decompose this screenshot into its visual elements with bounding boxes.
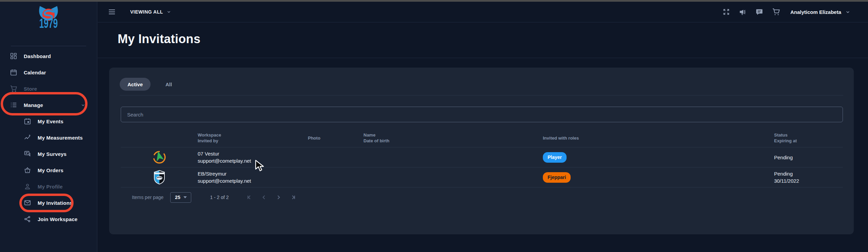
- last-page-button[interactable]: [289, 194, 296, 201]
- tabs-divider: [120, 95, 843, 95]
- workspace-name: 07 Vestur: [198, 150, 308, 157]
- role-badge: Fjeppari: [543, 172, 571, 183]
- viewing-scope-dropdown[interactable]: VIEWING ALL: [130, 9, 171, 15]
- workspace-cell: EB/Streymur support@cometplay.net: [198, 170, 308, 184]
- dashboard-icon: [10, 52, 17, 60]
- sidebar-item-my-surveys[interactable]: My Surveys: [0, 146, 97, 162]
- fsf-crest-logo: 1979: [31, 5, 66, 40]
- status-cell: Pending 30/11/2022: [774, 170, 843, 184]
- sidebar: 1979 Dashboard Calendar Store: [0, 2, 97, 252]
- megaphone-icon: [739, 8, 747, 16]
- sidebar-item-calendar[interactable]: Calendar: [0, 64, 97, 80]
- sidebar-item-label: My Events: [38, 119, 63, 124]
- user-menu[interactable]: Analyticom Elizabeta: [790, 9, 850, 15]
- sidebar-item-my-profile: My Profile: [0, 178, 97, 195]
- envelope-icon: [24, 199, 31, 206]
- page-size-value: 25: [175, 195, 180, 200]
- next-page-button[interactable]: [275, 194, 282, 201]
- person-icon: [24, 183, 31, 190]
- items-per-page-label: Items per page: [132, 195, 163, 200]
- table-row[interactable]: 07 Vestur support@cometplay.net Player P…: [121, 147, 843, 167]
- sidebar-item-label: Dashboard: [24, 53, 51, 59]
- header-roles: Invited with roles: [543, 135, 774, 141]
- sidebar-item-dashboard[interactable]: Dashboard: [0, 48, 97, 64]
- workspace-cell: 07 Vestur support@cometplay.net: [198, 150, 308, 164]
- sidebar-item-manage[interactable]: Manage: [0, 97, 97, 113]
- header-status: Status Expiring at: [774, 132, 843, 144]
- chevron-down-icon: [183, 196, 187, 198]
- chat-icon: [755, 8, 763, 16]
- logo-year-text: 1979: [39, 16, 58, 31]
- status-text: Pending: [774, 170, 843, 177]
- club-logo-eb-streymur: [153, 170, 165, 185]
- chevron-down-icon: [166, 10, 171, 14]
- measurements-icon: [24, 134, 31, 141]
- sidebar-item-label: Store: [24, 86, 37, 92]
- sidebar-item-label: Join Workspace: [38, 216, 78, 222]
- topbar-actions: Analyticom Elizabeta: [723, 8, 868, 16]
- list-icon: [10, 101, 17, 109]
- hamburger-menu-icon[interactable]: [108, 8, 116, 16]
- cart-button[interactable]: [772, 8, 780, 16]
- sidebar-item-store: Store: [0, 80, 97, 97]
- next-page-icon: [275, 194, 282, 201]
- status-text: Pending: [774, 154, 843, 161]
- pager-nav: [246, 194, 296, 201]
- sidebar-item-my-measurements[interactable]: My Measurements: [0, 129, 97, 146]
- fullscreen-button[interactable]: [723, 8, 730, 16]
- prev-page-button[interactable]: [261, 194, 268, 201]
- announcements-button[interactable]: [739, 8, 747, 16]
- invited-by-email: support@cometplay.net: [198, 157, 308, 164]
- tab-all[interactable]: All: [165, 82, 172, 87]
- page-range-label: 1 - 2 of 2: [210, 195, 229, 200]
- sidebar-nav: Dashboard Calendar Store Manage: [0, 48, 97, 227]
- page-size-select[interactable]: 25: [170, 192, 191, 203]
- first-page-icon: [246, 194, 253, 201]
- tab-active[interactable]: Active: [120, 78, 151, 91]
- org-logo: 1979: [0, 5, 97, 40]
- fullscreen-icon: [723, 8, 730, 16]
- first-page-button[interactable]: [246, 194, 253, 201]
- invitations-table: Workspace Invited by Photo Name Date of …: [121, 131, 843, 187]
- prev-page-icon: [261, 194, 268, 201]
- club-logo-07-vestur: [152, 150, 166, 164]
- sidebar-item-label: Calendar: [24, 70, 46, 75]
- expiring-text: 30/11/2022: [774, 177, 843, 184]
- cart-icon: [772, 8, 780, 16]
- surveys-icon: [24, 150, 31, 158]
- header-photo: Photo: [308, 135, 363, 141]
- last-page-icon: [289, 194, 296, 201]
- share-icon: [24, 215, 31, 223]
- cart-icon: [10, 85, 17, 92]
- invitations-card: Active All Workspace Invited by Photo Na…: [109, 68, 854, 234]
- user-name: Analyticom Elizabeta: [790, 9, 841, 15]
- sidebar-item-my-events[interactable]: My Events: [0, 113, 97, 129]
- event-icon: [24, 118, 31, 125]
- search-input[interactable]: [121, 107, 843, 122]
- sidebar-divider: [11, 46, 86, 46]
- sidebar-item-label: My Surveys: [38, 151, 66, 157]
- page-title: My Invitations: [118, 32, 868, 46]
- roles-cell: Player: [543, 152, 774, 163]
- sidebar-item-join-workspace[interactable]: Join Workspace: [0, 211, 97, 227]
- viewing-scope-label: VIEWING ALL: [130, 9, 163, 15]
- header-name: Name Date of birth: [363, 132, 543, 144]
- invited-by-email: support@cometplay.net: [198, 177, 308, 184]
- messages-button[interactable]: [755, 8, 763, 16]
- basket-icon: [24, 166, 31, 174]
- paginator: Items per page 25 1 - 2 of 2: [121, 187, 843, 208]
- workspace-name: EB/Streymur: [198, 170, 308, 177]
- sidebar-item-my-invitations[interactable]: My Invitations: [0, 195, 97, 211]
- sidebar-item-label: My Orders: [38, 167, 63, 173]
- role-badge: Player: [543, 152, 567, 163]
- table-header-row: Workspace Invited by Photo Name Date of …: [121, 131, 843, 147]
- table-row[interactable]: EB/Streymur support@cometplay.net Fjeppa…: [121, 167, 843, 187]
- sidebar-item-label: My Invitations: [38, 200, 73, 206]
- sidebar-item-my-orders[interactable]: My Orders: [0, 162, 97, 178]
- calendar-icon: [10, 69, 17, 76]
- chevron-down-icon: [845, 10, 850, 15]
- sidebar-item-label: Manage: [24, 102, 43, 108]
- header-workspace: Workspace Invited by: [198, 132, 308, 144]
- topbar: VIEWING ALL: [98, 2, 868, 22]
- workspace-logo: [121, 150, 198, 164]
